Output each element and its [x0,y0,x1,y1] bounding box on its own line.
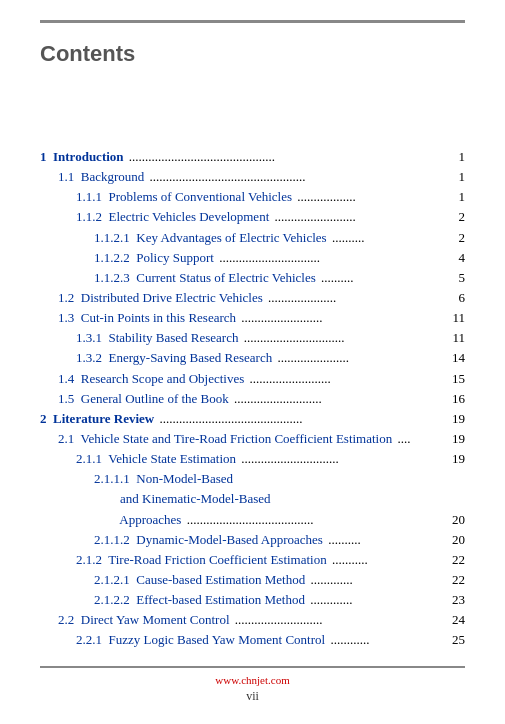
toc-dots: ......................... [244,369,443,389]
toc-page: 2 [443,228,465,248]
toc-label: 1.1.1 Problems of Conventional Vehicles [76,187,292,207]
toc-content: 1 Introduction .........................… [40,147,465,651]
toc-page: 22 [443,570,465,590]
toc-page: 11 [443,328,465,348]
toc-page: 20 [443,530,465,550]
toc-entry: 1.3.1 Stability Based Research .........… [40,328,465,348]
toc-label: 1.2 Distributed Drive Electric Vehicles [58,288,263,308]
toc-page: 1 [443,147,465,167]
toc-label: 1.1 Background [58,167,144,187]
toc-dots: .......... [316,268,443,288]
toc-page: 20 [443,510,465,530]
toc-label: 2.1.1.1 Non-Model-Based [94,469,233,489]
toc-entry: 2.1.1.1 Non-Model-Based [40,469,465,489]
toc-entry: 2.1 Vehicle State and Tire-Road Friction… [40,429,465,449]
toc-label: 2 Literature Review [40,409,154,429]
toc-page: 16 [443,389,465,409]
toc-entry: 1.3.2 Energy-Saving Based Research .....… [40,348,465,368]
toc-page: 1 [443,167,465,187]
toc-dots: ........................... [230,610,443,630]
page-title: Contents [40,41,465,67]
toc-label: 1.3.1 Stability Based Research [76,328,238,348]
toc-page: 4 [443,248,465,268]
toc-label: 2.1.1 Vehicle State Estimation [76,449,236,469]
toc-label: 1 Introduction [40,147,124,167]
toc-page: 6 [443,288,465,308]
toc-entry: 2 Literature Review ....................… [40,409,465,429]
toc-label: 2.2.1 Fuzzy Logic Based Yaw Moment Contr… [76,630,325,650]
toc-entry: 2.2 Direct Yaw Moment Control ..........… [40,610,465,630]
toc-entry: 1.1.2.1 Key Advantages of Electric Vehic… [40,228,465,248]
toc-page: 19 [443,429,465,449]
toc-entry: 1.1 Background .........................… [40,167,465,187]
toc-label: 1.5 General Outline of the Book [58,389,229,409]
toc-page: 24 [443,610,465,630]
toc-page: 23 [443,590,465,610]
toc-entry: 2.1.1 Vehicle State Estimation .........… [40,449,465,469]
bottom-bar [40,666,465,668]
toc-label: 1.1.2.2 Policy Support [94,248,214,268]
toc-dots: ........... [327,550,443,570]
toc-dots: ....................................... [181,510,443,530]
toc-entry: 1.4 Research Scope and Objectives ......… [40,369,465,389]
toc-entry: 2.1.1.2 Dynamic-Model-Based Approaches .… [40,530,465,550]
toc-page: 22 [443,550,465,570]
toc-entry: 1 Introduction .........................… [40,147,465,167]
toc-label: 1.3.2 Energy-Saving Based Research [76,348,272,368]
toc-entry: 2.1.2 Tire-Road Friction Coefficient Est… [40,550,465,570]
toc-entry: 1.1.2.2 Policy Support .................… [40,248,465,268]
toc-label: 1.4 Research Scope and Objectives [58,369,244,389]
toc-entry: 1.2 Distributed Drive Electric Vehicles … [40,288,465,308]
toc-dots: .............................. [236,449,443,469]
toc-entry: 2.1.2.1 Cause-based Estimation Method ..… [40,570,465,590]
toc-entry: 1.3 Cut-in Points in this Research .....… [40,308,465,328]
toc-page: 5 [443,268,465,288]
toc-page: 19 [443,409,465,429]
toc-dots: .......... [327,228,443,248]
toc-label: 2.1.2.2 Effect-based Estimation Method [94,590,305,610]
toc-page: 15 [443,369,465,389]
toc-label: 2.1.1.2 Dynamic-Model-Based Approaches [94,530,323,550]
toc-dots: ............. [305,570,443,590]
toc-dots: ........................................… [124,147,443,167]
toc-label: 1.1.2.1 Key Advantages of Electric Vehic… [94,228,327,248]
toc-entry: and Kinematic-Model-Based [40,489,465,509]
toc-dots: ............. [305,590,443,610]
toc-dots: ........................... [229,389,443,409]
toc-label: 1.1.2 Electric Vehicles Development [76,207,269,227]
toc-entry: 1.1.2 Electric Vehicles Development ....… [40,207,465,227]
toc-label: 1.3 Cut-in Points in this Research [58,308,236,328]
toc-dots: ........................................… [154,409,443,429]
page-number: vii [40,689,465,704]
toc-label: 2.1.2 Tire-Road Friction Coefficient Est… [76,550,327,570]
toc-page: 25 [443,630,465,650]
toc-dots: .... [392,429,443,449]
toc-entry: 2.1.2.2 Effect-based Estimation Method .… [40,590,465,610]
toc-page: 2 [443,207,465,227]
toc-entry: Approaches .............................… [40,510,465,530]
page-container: Contents 1 Introduction ................… [0,0,505,724]
toc-page: 19 [443,449,465,469]
toc-label: 1.1.2.3 Current Status of Electric Vehic… [94,268,316,288]
top-border [40,20,465,23]
toc-entry: 1.1.1 Problems of Conventional Vehicles … [40,187,465,207]
toc-label: 2.2 Direct Yaw Moment Control [58,610,230,630]
toc-dots: ...................... [272,348,443,368]
toc-dots: ......................... [269,207,443,227]
toc-dots: ......................... [236,308,443,328]
toc-dots: .......... [323,530,443,550]
toc-dots: ..................... [263,288,443,308]
toc-dots: ............................... [214,248,443,268]
toc-label: and Kinematic-Model-Based [94,489,271,509]
toc-label: Approaches [94,510,181,530]
toc-entry: 2.2.1 Fuzzy Logic Based Yaw Moment Contr… [40,630,465,650]
toc-entry: 1.1.2.3 Current Status of Electric Vehic… [40,268,465,288]
toc-dots: ............................... [238,328,443,348]
toc-dots: ............ [325,630,443,650]
toc-page: 11 [443,308,465,328]
toc-label: 2.1.2.1 Cause-based Estimation Method [94,570,305,590]
toc-dots: ........................................… [144,167,443,187]
toc-page: 1 [443,187,465,207]
toc-dots: .................. [292,187,443,207]
toc-page: 14 [443,348,465,368]
